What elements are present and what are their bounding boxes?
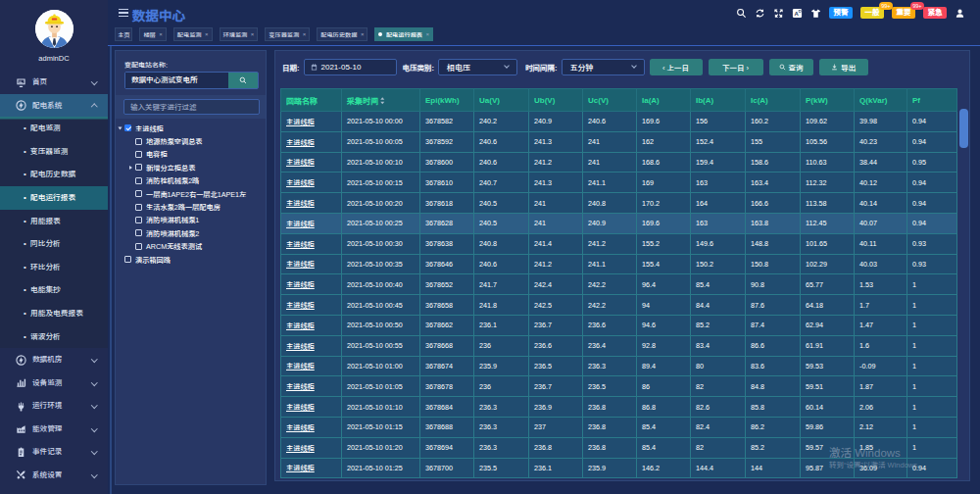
svg-text:A: A [794,10,799,16]
